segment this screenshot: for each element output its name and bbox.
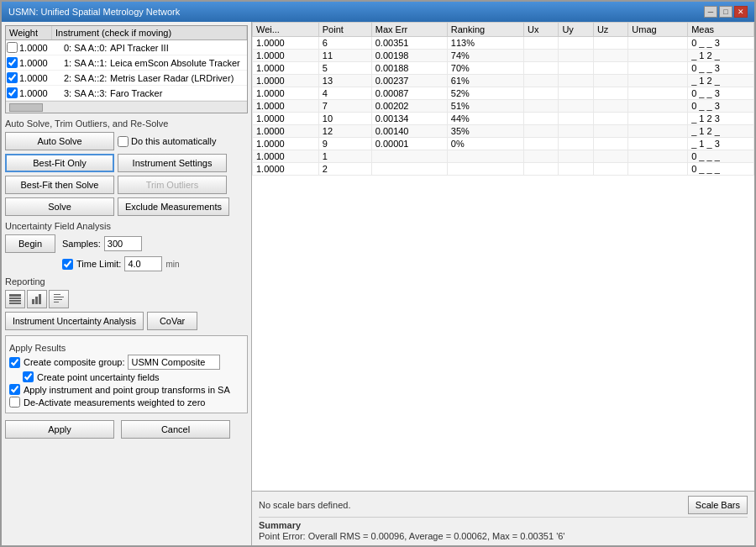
table-cell-6-2: 0.00134 [371, 113, 447, 125]
table-cell-4-6 [593, 87, 627, 100]
svg-rect-9 [54, 299, 62, 300]
time-unit: min [165, 260, 179, 269]
auto-solve-row: Auto Solve Do this automatically [5, 132, 248, 150]
table-cell-3-4 [523, 75, 558, 87]
table-cell-5-4 [523, 100, 558, 113]
best-fit-solve-row: Best-Fit then Solve Trim Outliers [5, 176, 248, 194]
time-limit-row: Time Limit: min [62, 256, 248, 271]
table-cell-4-8: 0 _ _ 3 [688, 87, 754, 100]
instruments-list[interactable]: 1.0000 0: SA A::0: API Tracker III 1.000… [6, 40, 247, 101]
report-icon-button[interactable] [49, 290, 69, 308]
table-cell-8-4 [523, 138, 558, 150]
apply-transforms-checkbox[interactable] [9, 384, 20, 395]
right-panel: Wei... Point Max Err Ranking Ux Uy Uz Um… [252, 22, 754, 545]
cancel-button[interactable]: Cancel [121, 420, 230, 439]
instrument-checkbox-3[interactable] [7, 87, 18, 98]
table-cell-8-8: _ 1 _ 3 [688, 138, 754, 150]
table-cell-4-3: 52% [447, 87, 523, 100]
table-cell-4-4 [523, 87, 558, 100]
covar-button[interactable]: CoVar [147, 312, 197, 330]
close-button[interactable]: ✕ [734, 6, 748, 18]
apply-button[interactable]: Apply [5, 420, 114, 439]
table-cell-0-2: 0.00351 [371, 37, 447, 50]
table-cell-7-8: _ 1 2 _ [688, 125, 754, 138]
table-cell-3-6 [593, 75, 627, 87]
instrument-id-1: 1: SA A::1: [64, 58, 110, 68]
instrument-name-2: Metris Laser Radar (LRDriver) [110, 73, 247, 83]
summary-label: Summary [259, 520, 301, 530]
table-cell-1-0: 1.0000 [253, 50, 319, 62]
table-cell-5-0: 1.0000 [253, 100, 319, 113]
table-cell-1-7 [628, 50, 688, 62]
svg-rect-3 [9, 302, 21, 304]
table-cell-2-8: 0 _ _ 3 [688, 62, 754, 75]
hscroll-thumb[interactable] [9, 103, 43, 112]
table-cell-7-3: 35% [447, 125, 523, 138]
svg-rect-8 [54, 297, 64, 297]
table-cell-6-0: 1.0000 [253, 113, 319, 125]
point-uncertainty-checkbox[interactable] [23, 371, 34, 382]
title-bar: USMN: Unified Spatial Metrology Network … [2, 2, 754, 22]
ufa-controls: Begin Samples: [5, 234, 248, 253]
chart-icon-button[interactable] [27, 290, 47, 308]
instruments-table: Weight Instrument (check if moving) 1.00… [5, 25, 248, 113]
time-limit-checkbox[interactable] [62, 259, 73, 270]
table-cell-8-3: 0% [447, 138, 523, 150]
scale-bars-button[interactable]: Scale Bars [688, 496, 748, 514]
table-cell-8-7 [628, 138, 688, 150]
composite-name-input[interactable] [128, 355, 220, 370]
instrument-uncertainty-button[interactable]: Instrument Uncertainty Analysis [5, 312, 144, 330]
best-fit-only-button[interactable]: Best-Fit Only [5, 154, 114, 172]
table-cell-4-5 [559, 87, 593, 100]
table-cell-2-6 [593, 62, 627, 75]
table-cell-2-5 [559, 62, 593, 75]
table-cell-1-1: 11 [318, 50, 371, 62]
col-header-point: Point [318, 23, 371, 37]
samples-input[interactable] [104, 236, 142, 251]
table-icon-button[interactable] [5, 290, 25, 308]
main-window: USMN: Unified Spatial Metrology Network … [0, 0, 756, 547]
deactivate-checkbox[interactable] [9, 397, 20, 408]
instrument-checkbox-0[interactable] [7, 42, 18, 53]
maximize-button[interactable]: □ [719, 6, 732, 18]
instruments-hscrollbar[interactable] [6, 101, 247, 113]
table-cell-2-1: 5 [318, 62, 371, 75]
do-auto-checkbox[interactable] [118, 136, 129, 147]
table-cell-6-1: 10 [318, 113, 371, 125]
instrument-settings-button[interactable]: Instrument Settings [118, 154, 227, 172]
instruments-table-header: Weight Instrument (check if moving) [6, 26, 247, 40]
instrument-weight-2: 1.0000 [18, 73, 64, 83]
auto-solve-label: Auto Solve, Trim Outliers, and Re-Solve [5, 118, 248, 129]
instrument-name-3: Faro Tracker [110, 88, 247, 98]
table-cell-6-6 [593, 113, 627, 125]
instrument-weight-0: 1.0000 [18, 43, 64, 53]
minimize-button[interactable]: ─ [704, 6, 717, 18]
trim-outliers-button[interactable]: Trim Outliers [118, 176, 227, 194]
begin-button[interactable]: Begin [5, 234, 55, 253]
exclude-measurements-button[interactable]: Exclude Measurements [118, 197, 229, 216]
best-fit-then-solve-button[interactable]: Best-Fit then Solve [5, 176, 114, 194]
time-limit-input[interactable] [124, 256, 162, 271]
instrument-checkbox-2[interactable] [7, 72, 18, 83]
table-row-4: 1.000040.0008752%0 _ _ 3 [253, 87, 754, 100]
solve-button[interactable]: Solve [5, 197, 114, 216]
table-row-1: 1.0000110.0019874%_ 1 2 _ [253, 50, 754, 62]
table-cell-4-7 [628, 87, 688, 100]
main-content: Weight Instrument (check if moving) 1.00… [2, 22, 754, 545]
instrument-checkbox-1[interactable] [7, 57, 18, 68]
create-composite-checkbox[interactable] [9, 357, 20, 368]
table-row-8: 1.000090.000010%_ 1 _ 3 [253, 138, 754, 150]
time-limit-label: Time Limit: [76, 259, 121, 269]
table-cell-5-3: 51% [447, 100, 523, 113]
table-cell-1-8: _ 1 2 _ [688, 50, 754, 62]
auto-solve-button[interactable]: Auto Solve [5, 132, 114, 150]
table-cell-5-8: 0 _ _ 3 [688, 100, 754, 113]
apply-transforms-label: Apply instrument and point group transfo… [24, 385, 230, 395]
table-cell-8-6 [593, 138, 627, 150]
col-header-uz: Uz [593, 23, 627, 37]
table-cell-10-3 [447, 163, 523, 176]
data-table-wrapper[interactable]: Wei... Point Max Err Ranking Ux Uy Uz Um… [252, 22, 754, 491]
svg-rect-7 [54, 294, 60, 295]
instrument-id-3: 3: SA A::3: [64, 88, 110, 98]
table-cell-1-5 [559, 50, 593, 62]
